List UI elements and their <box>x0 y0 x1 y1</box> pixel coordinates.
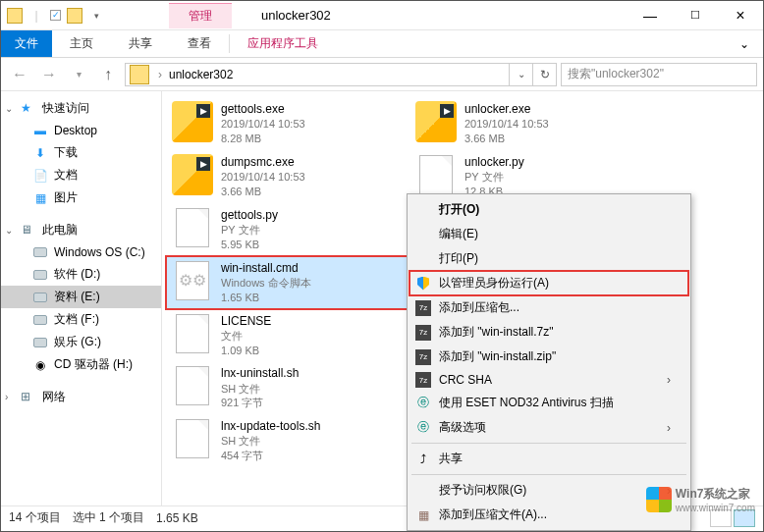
quick-access-toolbar: | ✓ ▾ <box>1 8 110 24</box>
7z-icon: 7z <box>415 300 431 316</box>
tab-share[interactable]: 共享 <box>111 30 170 57</box>
sidebar-item-drive-e[interactable]: 资料 (E:) <box>1 286 161 308</box>
file-item[interactable]: lnx-update-tools.sh SH 文件 454 字节 <box>166 414 409 467</box>
navigation-pane: ⌄ ★ 快速访问 ▬Desktop ⬇下载 📄文档 ▦图片 ⌄ 🖥 此电脑 Wi… <box>1 91 162 505</box>
tab-view[interactable]: 查看 <box>170 30 229 57</box>
file-name: gettools.py <box>221 207 278 223</box>
rar-icon: ▦ <box>415 507 431 523</box>
logo-icon <box>646 487 672 512</box>
chevron-right-icon: › <box>667 373 671 387</box>
file-size: 921 字节 <box>221 396 299 410</box>
file-detail: SH 文件 <box>221 382 299 397</box>
file-item[interactable]: LICENSE 文件 1.09 KB <box>166 309 409 362</box>
file-item[interactable]: gettools.exe 2019/10/14 10:53 8.28 MB <box>166 97 409 150</box>
menu-edit[interactable]: 编辑(E) <box>409 222 688 246</box>
address-bar[interactable]: › unlocker302 ⌄ ↻ <box>125 63 557 86</box>
menu-add-zip[interactable]: 7z添加到 "win-install.zip" <box>409 345 688 369</box>
document-icon: 📄 <box>32 168 48 184</box>
sidebar-item-documents[interactable]: 📄文档 <box>1 164 161 186</box>
file-item[interactable]: ⚙⚙ win-install.cmd Windows 命令脚本 1.65 KB <box>166 256 409 309</box>
title-bar: | ✓ ▾ 管理 unlocker302 — ☐ × <box>1 1 763 30</box>
sidebar-item-drive-f[interactable]: 文档 (F:) <box>1 308 161 331</box>
forward-button[interactable]: → <box>36 62 62 87</box>
file-size: 1.65 KB <box>221 291 311 305</box>
file-detail: 2019/10/14 10:53 <box>464 117 549 132</box>
file-size: 3.66 MB <box>221 185 305 199</box>
menu-label: 使用 ESET NOD32 Antivirus 扫描 <box>439 395 614 411</box>
sidebar-network[interactable]: › ⊞ 网络 <box>1 386 161 408</box>
file-icon <box>176 208 209 247</box>
download-icon: ⬇ <box>32 145 48 161</box>
file-item[interactable]: gettools.py PY 文件 5.95 KB <box>166 203 409 256</box>
refresh-button[interactable]: ↻ <box>532 64 556 85</box>
sidebar-item-drive-c[interactable]: Windows OS (C:) <box>1 241 161 263</box>
menu-eset-scan[interactable]: ⓔ使用 ESET NOD32 Antivirus 扫描 <box>409 391 688 415</box>
status-selected-count: 选中 1 个项目 <box>73 509 144 526</box>
sidebar-item-drive-g[interactable]: 娱乐 (G:) <box>1 331 161 353</box>
sidebar-item-label: 文档 (F:) <box>54 311 99 328</box>
sidebar-item-drive-h[interactable]: ◉CD 驱动器 (H:) <box>1 353 161 376</box>
sidebar-item-label: 娱乐 (G:) <box>54 334 101 350</box>
eset-icon: ⓔ <box>415 420 431 436</box>
sidebar-item-downloads[interactable]: ⬇下载 <box>1 141 161 164</box>
menu-label: 共享 <box>439 451 463 467</box>
sidebar-quick-access[interactable]: ⌄ ★ 快速访问 <box>1 97 161 120</box>
menu-run-as-admin[interactable]: 以管理员身份运行(A) <box>409 271 688 295</box>
tab-home[interactable]: 主页 <box>52 30 111 57</box>
back-button[interactable]: ← <box>7 62 32 87</box>
desktop-icon: ▬ <box>32 123 48 138</box>
menu-add-archive[interactable]: 7z添加到压缩包... <box>409 295 688 320</box>
chevron-right-icon[interactable]: › <box>153 68 167 81</box>
file-detail: 2019/10/14 10:53 <box>221 117 305 132</box>
file-item[interactable]: lnx-uninstall.sh SH 文件 921 字节 <box>166 361 409 414</box>
contextual-tab-label: 管理 <box>169 3 232 28</box>
sidebar-item-label: Desktop <box>54 124 97 137</box>
history-dropdown-icon[interactable]: ▾ <box>66 62 91 87</box>
sidebar-item-label: 软件 (D:) <box>54 266 100 283</box>
file-detail: PY 文件 <box>221 223 278 238</box>
menu-label: 添加到压缩文件(A)... <box>439 506 547 523</box>
disc-icon: ◉ <box>32 357 48 373</box>
folder-icon[interactable] <box>7 8 23 24</box>
folder-icon[interactable] <box>67 8 82 24</box>
breadcrumb[interactable]: unlocker302 <box>167 68 235 81</box>
disk-icon <box>32 267 48 283</box>
chevron-right-icon: › <box>667 421 671 435</box>
qat-dropdown-icon[interactable]: ▾ <box>88 8 104 24</box>
menu-label: 以管理员身份运行(A) <box>439 275 549 292</box>
menu-share[interactable]: ⤴共享 <box>409 447 688 471</box>
file-name: lnx-update-tools.sh <box>221 418 320 434</box>
7z-icon: 7z <box>415 325 431 341</box>
file-icon <box>176 366 209 405</box>
sidebar-item-desktop[interactable]: ▬Desktop <box>1 120 161 141</box>
close-button[interactable]: × <box>718 1 763 30</box>
ribbon-expand-icon[interactable]: ⌄ <box>726 30 763 57</box>
sidebar-item-label: CD 驱动器 (H:) <box>54 356 133 373</box>
menu-advanced[interactable]: ⓔ高级选项› <box>409 415 688 440</box>
sidebar-item-drive-d[interactable]: 软件 (D:) <box>1 263 161 286</box>
menu-open[interactable]: 打开(O) <box>409 197 688 222</box>
menu-add-7z[interactable]: 7z添加到 "win-install.7z" <box>409 320 688 345</box>
cmd-icon: ⚙⚙ <box>176 261 209 300</box>
menu-print[interactable]: 打印(P) <box>409 246 688 271</box>
checkbox-icon[interactable]: ✓ <box>50 10 61 21</box>
sidebar-item-pictures[interactable]: ▦图片 <box>1 186 161 209</box>
tab-file[interactable]: 文件 <box>1 30 52 57</box>
chevron-down-icon: ⌄ <box>5 103 15 114</box>
file-item[interactable]: unlocker.exe 2019/10/14 10:53 3.66 MB <box>409 97 653 150</box>
sidebar-item-label: 网络 <box>42 389 66 405</box>
minimize-button[interactable]: — <box>628 1 673 30</box>
file-size: 454 字节 <box>221 449 320 463</box>
menu-crc-sha[interactable]: 7zCRC SHA› <box>409 369 688 391</box>
chevron-down-icon: ⌄ <box>5 225 15 236</box>
search-input[interactable]: 搜索"unlocker302" <box>561 63 757 86</box>
menu-label: 高级选项 <box>439 419 486 436</box>
maximize-button[interactable]: ☐ <box>673 1 718 30</box>
file-item[interactable]: dumpsmc.exe 2019/10/14 10:53 3.66 MB <box>166 150 409 203</box>
file-detail: SH 文件 <box>221 434 320 449</box>
sidebar-this-pc[interactable]: ⌄ 🖥 此电脑 <box>1 219 161 241</box>
pc-icon: 🖥 <box>21 223 36 239</box>
address-dropdown-icon[interactable]: ⌄ <box>509 64 532 85</box>
up-button[interactable]: ↑ <box>95 62 121 87</box>
tab-app-tools[interactable]: 应用程序工具 <box>230 30 336 57</box>
